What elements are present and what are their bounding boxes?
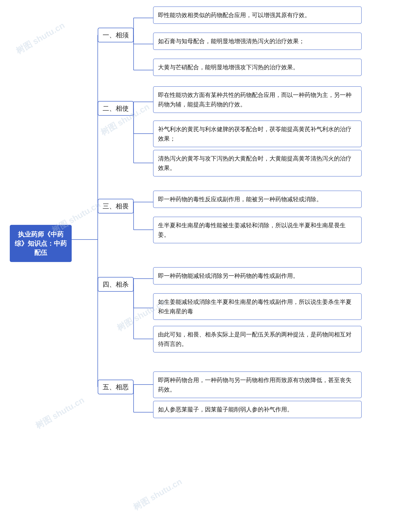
branch-node-1: 一、相须 — [98, 28, 134, 42]
leaf-4-2: 如生姜能减轻或消除生半夏和生南星的毒性或副作用，所以说生姜杀生半夏和生南星的毒 — [153, 293, 362, 320]
branch-1-label: 一、相须 — [103, 31, 129, 40]
branch-4-label: 四、相杀 — [103, 280, 129, 289]
leaf-2-3: 清热泻火的黄芩与攻下泻热的大黄配合时，大黄能提高黄芩清热泻火的治疗效果。 — [153, 150, 362, 177]
leaf-5-2: 如人参恶莱菔子，因莱菔子能削弱人参的补气作用。 — [153, 401, 362, 418]
root-node: 执业药师《中药综》知识点：中药配伍 — [10, 225, 72, 262]
leaf-4-1-text: 即一种药物能减轻或消除另一种药物的毒性或副作用。 — [158, 272, 299, 279]
watermark-1: 树图 shutu.cn — [14, 20, 67, 57]
leaf-1-3: 大黄与芒硝配合，能明显地增强攻下泻热的治疗效果。 — [153, 59, 362, 76]
leaf-1-1-text: 即性能功效相类似的药物配合应用，可以增强其原有疗效。 — [158, 12, 311, 18]
leaf-1-2-text: 如石膏与知母配合，能明显地增强清热泻火的治疗效果； — [158, 38, 305, 44]
branch-5-label: 五、相恶 — [103, 383, 129, 392]
leaf-5-1: 即两种药物合用，一种药物与另一药物相作用而致原有功效降低，甚至丧失药效。 — [153, 372, 362, 398]
branch-2-label: 二、相使 — [103, 104, 129, 113]
leaf-3-1: 即一种药物的毒性反应或副作用，能被另一种药物减轻或消除。 — [153, 191, 362, 208]
leaf-2-2-text: 补气利水的黄芪与利水健脾的茯苓配合时，茯苓能提高黄芪补气利水的治疗效果； — [158, 126, 352, 142]
watermark-6: 树图 shutu.cn — [131, 476, 184, 513]
watermark-5: 树图 shutu.cn — [33, 395, 86, 432]
leaf-4-3: 由此可知，相畏、相杀实际上是同一配伍关系的两种提法，是药物间相互对待而言的。 — [153, 326, 362, 353]
leaf-5-2-text: 如人参恶莱菔子，因莱菔子能削弱人参的补气作用。 — [158, 406, 293, 413]
leaf-3-2-text: 生半夏和生南星的毒性能被生姜减轻和消除，所以说生半夏和生南星畏生姜。 — [158, 222, 346, 238]
leaf-2-1-text: 即在性能功效方面有某种共性的药物配合应用，而以一种药物为主，另一种药物为辅，能提… — [158, 92, 352, 108]
leaf-2-2: 补气利水的黄芪与利水健脾的茯苓配合时，茯苓能提高黄芪补气利水的治疗效果； — [153, 121, 362, 147]
leaf-4-2-text: 如生姜能减轻或消除生半夏和生南星的毒性或副作用，所以说生姜杀生半夏和生南星的毒 — [158, 299, 352, 315]
root-label: 执业药师《中药综》知识点：中药配伍 — [15, 231, 67, 256]
branch-node-2: 二、相使 — [98, 101, 134, 116]
leaf-3-1-text: 即一种药物的毒性反应或副作用，能被另一种药物减轻或消除。 — [158, 196, 322, 203]
leaf-3-2: 生半夏和生南星的毒性能被生姜减轻和消除，所以说生半夏和生南星畏生姜。 — [153, 217, 362, 243]
leaf-2-1: 即在性能功效方面有某种共性的药物配合应用，而以一种药物为主，另一种药物为辅，能提… — [153, 86, 362, 113]
mind-map-container: 树图 shutu.cn 树图 shutu.cn 树图 shutu.cn 树图 s… — [0, 0, 417, 532]
leaf-5-1-text: 即两种药物合用，一种药物与另一药物相作用而致原有功效降低，甚至丧失药效。 — [158, 377, 352, 393]
branch-node-5: 五、相恶 — [98, 380, 134, 394]
leaf-1-2: 如石膏与知母配合，能明显地增强清热泻火的治疗效果； — [153, 32, 362, 50]
leaf-1-1: 即性能功效相类似的药物配合应用，可以增强其原有疗效。 — [153, 7, 362, 24]
branch-node-3: 三、相畏 — [98, 199, 134, 213]
branch-node-4: 四、相杀 — [98, 277, 134, 292]
leaf-4-3-text: 由此可知，相畏、相杀实际上是同一配伍关系的两种提法，是药物间相互对待而言的。 — [158, 331, 352, 347]
connector-lines — [0, 0, 417, 532]
leaf-4-1: 即一种药物能减轻或消除另一种药物的毒性或副作用。 — [153, 267, 362, 284]
leaf-1-3-text: 大黄与芒硝配合，能明显地增强攻下泻热的治疗效果。 — [158, 64, 299, 71]
leaf-2-3-text: 清热泻火的黄芩与攻下泻热的大黄配合时，大黄能提高黄芩清热泻火的治疗效果。 — [158, 155, 352, 171]
branch-3-label: 三、相畏 — [103, 202, 129, 211]
